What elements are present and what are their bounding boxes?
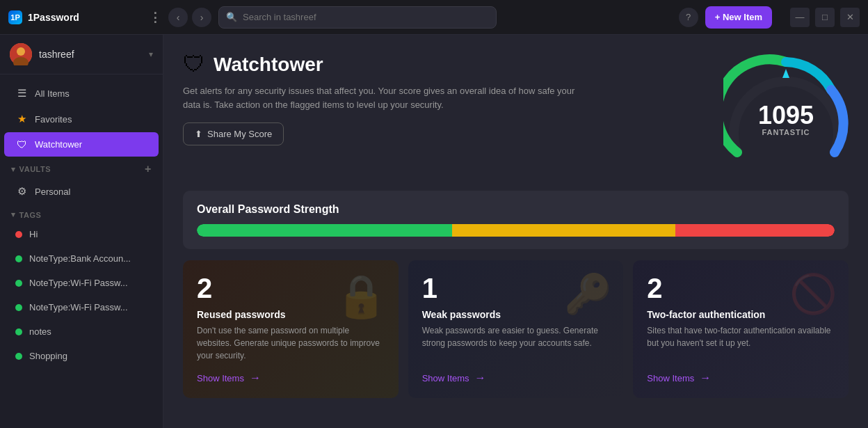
tag-dot-wifi1: [15, 280, 22, 287]
content-area: 🛡 Watchtower Get alerts for any security…: [163, 35, 868, 428]
maximize-button[interactable]: □: [815, 8, 835, 27]
share-icon: ⬆: [195, 129, 202, 139]
score-display: 1095 FANTASTIC: [758, 103, 814, 136]
arrow-right-icon: →: [475, 372, 486, 384]
score-value: 1095: [758, 103, 814, 128]
tags-label: TAGS: [19, 211, 42, 219]
titlebar: 1P 1Password ⋮ ‹ › 🔍 ? + New Item — □ ✕: [0, 0, 868, 35]
sidebar-item-favorites[interactable]: ★ Favorites: [4, 106, 159, 132]
strength-bar: [197, 224, 835, 237]
tag-notes-label: notes: [29, 326, 51, 337]
sidebar-item-all-items[interactable]: ☰ All Items: [4, 81, 159, 106]
username: tashreef: [39, 49, 74, 60]
tag-bank-label: NoteType:Bank Accoun...: [29, 253, 131, 264]
vault-icon: ⚙: [15, 185, 28, 198]
new-item-button[interactable]: + New Item: [705, 6, 772, 29]
watchtower-description: Get alerts for any security issues that …: [183, 84, 586, 111]
chevron-down-icon: ▾: [149, 49, 153, 59]
sidebar-item-watchtower[interactable]: 🛡 Watchtower: [4, 132, 159, 157]
titlebar-nav: ‹ ›: [168, 8, 211, 27]
sidebar-item-tag-hi[interactable]: Hi: [4, 223, 159, 246]
tag-dot-shopping: [15, 353, 22, 360]
add-vault-button[interactable]: +: [145, 163, 152, 175]
app-logo-icon: 1P: [8, 10, 22, 24]
titlebar-actions: ? + New Item — □ ✕: [679, 6, 860, 29]
close-button[interactable]: ✕: [840, 8, 860, 27]
weak-show-items-button[interactable]: Show Items →: [422, 372, 610, 384]
sidebar-item-tag-bank[interactable]: NoteType:Bank Accoun...: [4, 247, 159, 270]
chevron-down-icon: ▾: [11, 210, 16, 219]
weak-bg-icon: 🔑: [564, 271, 612, 317]
reused-bg-icon: 🔒: [335, 271, 387, 321]
share-score-label: Share My Score: [207, 129, 272, 139]
reused-desc: Don't use the same password on multiple …: [197, 324, 385, 362]
back-button[interactable]: ‹: [168, 8, 188, 27]
issue-cards-grid: 🔒 2 Reused passwords Don't use the same …: [183, 260, 849, 398]
score-gauge: 1095 FANTASTIC: [723, 51, 849, 177]
share-score-button[interactable]: ⬆ Share My Score: [183, 122, 284, 145]
weak-desc: Weak passwords are easier to guess. Gene…: [422, 324, 610, 362]
help-button[interactable]: ?: [679, 8, 698, 27]
app-logo: 1P 1Password ⋮: [8, 10, 168, 25]
reused-passwords-card: 🔒 2 Reused passwords Don't use the same …: [183, 260, 399, 398]
twofa-show-items-button[interactable]: Show Items →: [647, 372, 835, 384]
search-input[interactable]: [243, 12, 489, 22]
watchtower-title-area: 🛡 Watchtower Get alerts for any security…: [183, 51, 709, 145]
watchtower-label: Watchtower: [35, 139, 82, 150]
favorites-label: Favorites: [35, 114, 72, 125]
tag-wifi1-label: NoteType:Wi-Fi Passw...: [29, 278, 128, 288]
reused-show-items-button[interactable]: Show Items →: [197, 372, 385, 384]
twofa-show-items-label: Show Items: [647, 373, 694, 383]
strength-bar-container: [197, 224, 835, 237]
search-bar[interactable]: 🔍: [218, 6, 497, 29]
personal-vault-label: Personal: [35, 187, 70, 197]
window-controls: — □ ✕: [790, 8, 860, 27]
watchtower-icon: 🛡: [15, 138, 28, 150]
tag-dot-bank: [15, 255, 22, 262]
sidebar-item-tag-notes[interactable]: notes: [4, 320, 159, 343]
weak-show-items-label: Show Items: [422, 373, 469, 383]
tag-dot-wifi2: [15, 304, 22, 311]
reused-show-items-label: Show Items: [197, 373, 244, 383]
watchtower-header: 🛡 Watchtower Get alerts for any security…: [183, 51, 849, 177]
minimize-button[interactable]: —: [790, 8, 810, 27]
search-icon: 🔍: [226, 12, 237, 22]
watchtower-page-icon: 🛡: [183, 51, 205, 77]
tag-wifi2-label: NoteType:Wi-Fi Passw...: [29, 302, 128, 312]
all-items-label: All Items: [35, 88, 70, 99]
watchtower-title: 🛡 Watchtower: [183, 51, 709, 77]
password-strength-title: Overall Password Strength: [197, 203, 835, 216]
tag-shopping-label: Shopping: [29, 351, 67, 361]
forward-button[interactable]: ›: [192, 8, 211, 27]
favorites-icon: ★: [15, 113, 28, 125]
password-strength-card: Overall Password Strength: [183, 191, 849, 249]
score-label: FANTASTIC: [758, 128, 814, 136]
all-items-icon: ☰: [15, 87, 28, 100]
arrow-right-icon: →: [700, 372, 711, 384]
menu-dots-icon[interactable]: ⋮: [149, 10, 161, 25]
twofa-desc: Sites that have two-factor authenticatio…: [647, 324, 835, 362]
sidebar-item-tag-shopping[interactable]: Shopping: [4, 344, 159, 367]
sidebar-item-tag-wifi2[interactable]: NoteType:Wi-Fi Passw...: [4, 296, 159, 319]
vaults-section-header[interactable]: ▾ VAULTS +: [0, 157, 163, 178]
svg-marker-3: [782, 69, 789, 78]
page-title: Watchtower: [214, 54, 323, 76]
tags-section-header[interactable]: ▾ TAGS: [0, 205, 163, 222]
twofa-card: 🚫 2 Two-factor authentication Sites that…: [633, 260, 849, 398]
tag-hi-label: Hi: [29, 229, 38, 239]
vaults-label: VAULTS: [19, 165, 51, 173]
app-name: 1Password: [28, 12, 79, 23]
tag-dot-hi: [15, 231, 22, 238]
sidebar-item-personal[interactable]: ⚙ Personal: [4, 179, 159, 204]
chevron-down-icon: ▾: [11, 165, 16, 174]
user-section[interactable]: tashreef ▾: [0, 35, 163, 74]
svg-point-1: [17, 47, 25, 56]
avatar: [10, 43, 32, 65]
tag-dot-notes: [15, 328, 22, 335]
sidebar-item-tag-wifi1[interactable]: NoteType:Wi-Fi Passw...: [4, 271, 159, 294]
main-layout: tashreef ▾ ☰ All Items ★ Favorites 🛡 Wat…: [0, 35, 868, 428]
weak-passwords-card: 🔑 1 Weak passwords Weak passwords are ea…: [408, 260, 624, 398]
sidebar: tashreef ▾ ☰ All Items ★ Favorites 🛡 Wat…: [0, 35, 163, 428]
arrow-right-icon: →: [250, 372, 261, 384]
twofa-bg-icon: 🚫: [789, 271, 837, 317]
